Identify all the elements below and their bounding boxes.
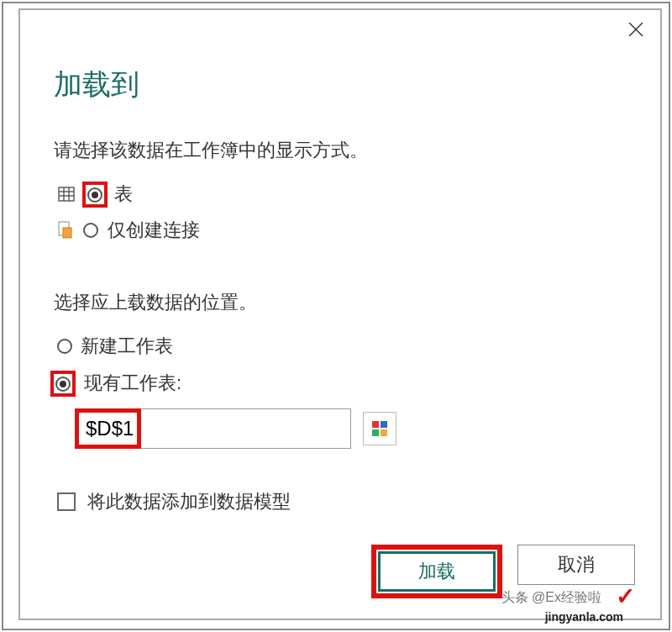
svg-rect-10 [381, 421, 387, 428]
svg-rect-2 [59, 187, 74, 201]
watermark-url: jingyanla.com [545, 610, 623, 624]
close-icon[interactable] [627, 20, 645, 42]
highlight-box: 加载 [371, 545, 502, 598]
display-mode-prompt: 请选择该数据在工作簿中的显示方式。 [54, 138, 627, 163]
range-picker-button[interactable] [363, 412, 396, 445]
option-new-sheet-label: 新建工作表 [81, 334, 173, 359]
document-icon [57, 220, 74, 240]
svg-rect-12 [381, 429, 387, 436]
highlight-box [82, 182, 108, 208]
svg-rect-8 [63, 228, 71, 238]
watermark-text: 头条 @Ex经验啦 [501, 589, 601, 607]
svg-rect-9 [372, 421, 379, 428]
cancel-button[interactable]: 取消 [517, 545, 635, 585]
checkbox-add-to-data-model[interactable] [57, 492, 76, 511]
dialog-title: 加载到 [20, 42, 660, 104]
location-prompt: 选择应上载数据的位置。 [54, 290, 627, 315]
checkmark-icon: ✓ [616, 582, 635, 610]
load-button[interactable]: 加载 [378, 551, 496, 592]
option-table-label: 表 [114, 182, 133, 207]
table-icon [57, 186, 76, 203]
option-existing-sheet-label: 现有工作表: [84, 371, 181, 396]
radio-table[interactable] [87, 187, 102, 203]
svg-rect-11 [372, 429, 379, 436]
option-connection-label: 仅创建连接 [108, 218, 200, 243]
radio-connection-only[interactable] [83, 223, 98, 238]
range-input[interactable]: $D$1 [82, 413, 134, 444]
radio-existing-worksheet[interactable] [55, 377, 71, 392]
highlight-box: $D$1 [75, 408, 141, 449]
radio-new-worksheet[interactable] [57, 339, 72, 354]
range-input-tail[interactable] [141, 408, 351, 449]
load-to-dialog: 加载到 请选择该数据在工作簿中的显示方式。 表 仅创建连接 [18, 8, 662, 620]
radio-wrapper [81, 219, 101, 240]
range-input-container: $D$1 [76, 408, 351, 449]
add-to-model-label: 将此数据添加到数据模型 [87, 489, 291, 514]
highlight-box [50, 371, 76, 397]
